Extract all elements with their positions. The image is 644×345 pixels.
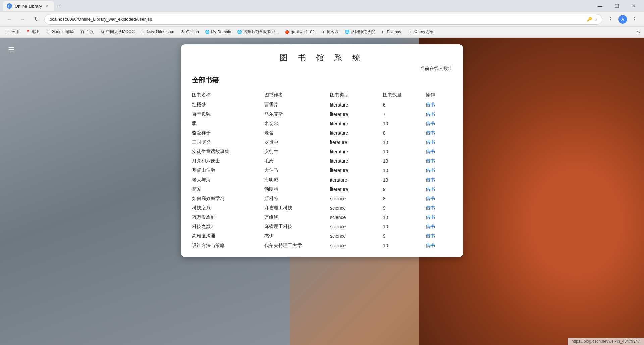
- book-count-8: 10: [383, 175, 426, 185]
- menu-button[interactable]: ⋮: [629, 14, 640, 25]
- book-action-2[interactable]: 借书: [426, 119, 452, 128]
- browser-titlebar: O Online Library × + — ❐ ✕: [0, 0, 644, 12]
- close-button[interactable]: ✕: [626, 0, 641, 12]
- book-action-7[interactable]: 借书: [426, 166, 452, 175]
- account-button[interactable]: A: [617, 14, 628, 25]
- bookmark-label-lnnu: 洛阳师范学院: [351, 29, 375, 35]
- book-count-13: 10: [383, 222, 426, 231]
- book-name-6: 月亮和六便士: [192, 156, 264, 166]
- book-name-15: 设计方法与策略: [192, 241, 264, 250]
- borrow-link-13[interactable]: 借书: [426, 224, 435, 229]
- book-type-4: iterature: [330, 138, 383, 147]
- book-action-5[interactable]: 借书: [426, 147, 452, 156]
- bookmark-jquery[interactable]: JjQuery之家: [405, 28, 436, 36]
- book-type-15: science: [330, 241, 383, 250]
- back-button[interactable]: ←: [4, 14, 15, 25]
- book-action-12[interactable]: 借书: [426, 213, 452, 222]
- bookmark-baidu[interactable]: 百百度: [77, 28, 97, 36]
- bookmark-mooc[interactable]: M中国大学MOOC: [97, 28, 137, 36]
- book-type-14: science: [330, 231, 383, 241]
- new-tab-button[interactable]: +: [55, 1, 65, 11]
- book-name-13: 科技之巅2: [192, 222, 264, 231]
- status-bar: https://blog.csdn.net/weixin_43479947: [568, 338, 644, 345]
- book-name-3: 骆驼祥子: [192, 128, 264, 138]
- borrow-link-2[interactable]: 借书: [426, 121, 435, 126]
- bookmark-label-lsschool: 洛阳师范学院欢迎...: [243, 29, 279, 35]
- bookmark-label-pixabay: Pixabay: [387, 30, 401, 34]
- borrow-link-6[interactable]: 借书: [426, 158, 435, 163]
- book-action-3[interactable]: 借书: [426, 128, 452, 138]
- books-table: 图书名称 图书作者 图书类型 图书数量 操作 红楼梦 曹雪芹 literatur…: [192, 90, 452, 250]
- book-count-7: 10: [383, 166, 426, 175]
- borrow-link-1[interactable]: 借书: [426, 111, 435, 117]
- book-action-6[interactable]: 借书: [426, 156, 452, 166]
- reload-button[interactable]: ↻: [31, 14, 42, 25]
- tab-favicon: O: [7, 3, 12, 9]
- borrow-link-11[interactable]: 借书: [426, 205, 435, 210]
- star-icon[interactable]: ☆: [594, 17, 598, 22]
- status-url: https://blog.csdn.net/weixin_43479947: [572, 339, 640, 344]
- bookmark-translate[interactable]: GGoogle 翻译: [43, 28, 76, 36]
- bookmark-label-gitee: 码云 Gitee.com: [147, 29, 174, 35]
- tab-close-button[interactable]: ×: [45, 3, 50, 9]
- browser-tab[interactable]: O Online Library ×: [3, 1, 54, 11]
- table-row: 安徒生童话故事集 安徒生 literature 10 借书: [192, 147, 452, 156]
- book-name-4: 三国演义: [192, 138, 264, 147]
- sidebar-menu-button[interactable]: ☰: [8, 46, 15, 54]
- bookmark-gaoliwei[interactable]: 🍎gaoliwei1102: [282, 28, 317, 36]
- col-header-author: 图书作者: [264, 90, 330, 100]
- book-action-0[interactable]: 借书: [426, 100, 452, 110]
- borrow-link-10[interactable]: 借书: [426, 196, 435, 201]
- book-name-12: 万万没想到: [192, 213, 264, 222]
- borrow-link-8[interactable]: 借书: [426, 177, 435, 182]
- bookmark-github[interactable]: ⦿GitHub: [177, 28, 201, 36]
- borrow-link-4[interactable]: 借书: [426, 139, 435, 145]
- bookmark-lnnu[interactable]: 🌐洛阳师范学院: [342, 28, 378, 36]
- bookmark-lsschool[interactable]: 🌐洛阳师范学院欢迎...: [234, 28, 281, 36]
- book-name-11: 科技之巅: [192, 203, 264, 213]
- borrow-link-14[interactable]: 借书: [426, 233, 435, 238]
- book-action-11[interactable]: 借书: [426, 203, 452, 213]
- borrow-link-12[interactable]: 借书: [426, 214, 435, 220]
- book-action-13[interactable]: 借书: [426, 222, 452, 231]
- book-author-6: 毛姆: [264, 156, 330, 166]
- book-type-1: literature: [330, 110, 383, 119]
- book-author-5: 安徒生: [264, 147, 330, 156]
- table-row: 骆驼祥子 老舍 literature 8 借书: [192, 128, 452, 138]
- bookmark-maps[interactable]: 📍地图: [23, 28, 42, 36]
- table-row: 基督山伯爵 大仲马 literature 10 借书: [192, 166, 452, 175]
- panel-header: 图 书 馆 系 统: [181, 44, 463, 63]
- bookmarks-overflow-button[interactable]: »: [636, 28, 641, 37]
- maximize-button[interactable]: ❐: [609, 0, 625, 12]
- forward-button[interactable]: →: [17, 14, 28, 25]
- book-type-11: science: [330, 203, 383, 213]
- bookmark-gitee[interactable]: G码云 Gitee.com: [138, 28, 177, 36]
- minimize-button[interactable]: —: [592, 0, 608, 12]
- online-count: 当前在线人数:1: [181, 63, 463, 73]
- table-row: 三国演义 罗贯中 iterature 10 借书: [192, 138, 452, 147]
- bookmark-mydomain[interactable]: 🌐My Domain: [202, 28, 234, 36]
- borrow-link-9[interactable]: 借书: [426, 186, 435, 192]
- book-action-4[interactable]: 借书: [426, 138, 452, 147]
- bookmark-icon-mooc: M: [100, 30, 105, 34]
- book-action-9[interactable]: 借书: [426, 185, 452, 194]
- book-action-1[interactable]: 借书: [426, 110, 452, 119]
- bookmark-apps[interactable]: ⊞应用: [3, 28, 22, 36]
- borrow-link-0[interactable]: 借书: [426, 102, 435, 107]
- bookmark-pixabay[interactable]: PPixabay: [378, 28, 404, 36]
- borrow-link-7[interactable]: 借书: [426, 167, 435, 173]
- book-action-10[interactable]: 借书: [426, 194, 452, 203]
- extensions-button[interactable]: ⋮: [605, 14, 616, 25]
- bookmark-icon-jquery: J: [407, 30, 412, 34]
- book-name-2: 飘: [192, 119, 264, 128]
- address-bar[interactable]: localhost:8080/Online_Library_war_explod…: [44, 14, 602, 25]
- bookmark-bokeyuan[interactable]: B博客园: [318, 28, 341, 36]
- borrow-link-15[interactable]: 借书: [426, 243, 435, 248]
- panel-body[interactable]: 全部书籍 图书名称 图书作者 图书类型 图书数量 操作 红楼梦 曹雪芹 lite…: [181, 73, 463, 257]
- book-action-15[interactable]: 借书: [426, 241, 452, 250]
- borrow-link-3[interactable]: 借书: [426, 130, 435, 135]
- borrow-link-5[interactable]: 借书: [426, 149, 435, 154]
- table-row: 万万没想到 万维钢 science 10 借书: [192, 213, 452, 222]
- book-action-8[interactable]: 借书: [426, 175, 452, 185]
- book-action-14[interactable]: 借书: [426, 231, 452, 241]
